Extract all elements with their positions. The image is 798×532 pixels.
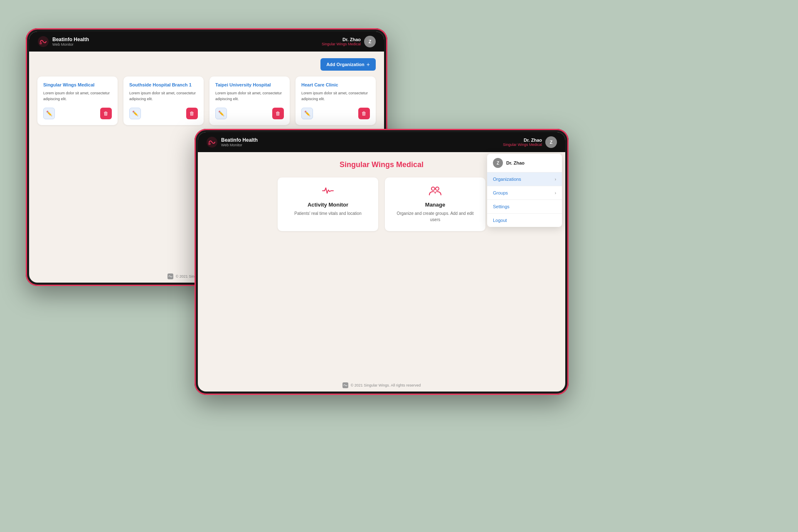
org-card-actions-3: ✏️ 🗑 — [301, 108, 370, 119]
dashboard-cards: Activity Monitor Patients' real time vit… — [278, 177, 485, 231]
dropdown-item-organizations[interactable]: Organizations › — [487, 172, 562, 186]
org-card-desc-0: Lorem ipsum dolor sit amet, consectetur … — [43, 91, 112, 102]
user-menu-trigger-2[interactable]: Dr. Zhao Singular Wings Medical Z — [503, 136, 557, 148]
org-card-1: Southside Hospital Branch 1 Lorem ipsum … — [123, 76, 204, 125]
brand-text: Beatinfo Health Web Monitor — [52, 37, 89, 47]
org-card-actions-2: ✏️ 🗑 — [215, 108, 284, 119]
avatar-1: Z — [364, 36, 376, 47]
user-name-1: Dr. Zhao — [322, 37, 361, 42]
org-card-title-3: Heart Care Clinic — [301, 82, 370, 87]
header-2: Beatinfo Health Web Monitor Dr. Zhao Sin… — [198, 132, 565, 152]
org-cards-grid: Singular Wings Medical Lorem ipsum dolor… — [37, 76, 376, 125]
org-card-desc-2: Lorem ipsum dolor sit amet, consectetur … — [215, 91, 284, 102]
dropdown-label-logout: Logout — [493, 218, 507, 223]
org-card-0: Singular Wings Medical Lorem ipsum dolor… — [37, 76, 118, 125]
edit-org-button-3[interactable]: ✏️ — [301, 108, 313, 119]
dropdown-user-row: Z Dr. Zhao — [487, 154, 562, 172]
svg-point-4 — [208, 143, 211, 145]
user-name-2: Dr. Zhao — [503, 138, 542, 143]
user-org-1: Singular Wings Medical — [322, 42, 361, 46]
delete-org-button-3[interactable]: 🗑 — [358, 108, 370, 119]
user-info-2: Dr. Zhao Singular Wings Medical — [503, 138, 542, 147]
dropdown-label-settings: Settings — [493, 204, 510, 209]
svg-point-5 — [431, 187, 435, 190]
org-card-title-0: Singular Wings Medical — [43, 82, 112, 87]
brand-sub: Web Monitor — [52, 42, 89, 47]
footer-text-2: © 2021 Singular Wings. All rights reserv… — [351, 383, 421, 387]
logo-area-2: Beatinfo Health Web Monitor — [206, 136, 258, 148]
dropdown-avatar: Z — [493, 158, 503, 168]
svg-point-6 — [436, 187, 439, 190]
edit-org-button-2[interactable]: ✏️ — [215, 108, 227, 119]
manage-icon — [392, 186, 479, 198]
edit-org-button-0[interactable]: ✏️ — [43, 108, 55, 119]
delete-org-button-2[interactable]: 🗑 — [272, 108, 284, 119]
edit-org-button-1[interactable]: ✏️ — [129, 108, 141, 119]
beatinfo-logo-icon — [37, 36, 49, 47]
tablet-2: Beatinfo Health Web Monitor Dr. Zhao Sin… — [195, 129, 569, 395]
dropdown-item-groups[interactable]: Groups › — [487, 186, 562, 200]
brand-name: Beatinfo Health — [52, 37, 89, 42]
activity-monitor-desc: Patients' real time vitals and location — [284, 210, 372, 217]
chevron-right-icon-groups: › — [555, 191, 556, 195]
dropdown-label-groups: Groups — [493, 190, 508, 195]
dropdown-user-name: Dr. Zhao — [506, 160, 525, 165]
footer-logo-icon-2 — [342, 382, 348, 388]
user-org-2: Singular Wings Medical — [503, 143, 542, 147]
activity-monitor-card[interactable]: Activity Monitor Patients' real time vit… — [278, 177, 378, 231]
brand-text-2: Beatinfo Health Web Monitor — [221, 137, 258, 147]
brand-sub-2: Web Monitor — [221, 143, 258, 147]
org-card-desc-3: Lorem ipsum dolor sit amet, consectetur … — [301, 91, 370, 102]
header-1: Beatinfo Health Web Monitor Dr. Zhao Sin… — [29, 32, 384, 52]
org-card-actions-0: ✏️ 🗑 — [43, 108, 112, 119]
activity-monitor-icon — [284, 186, 372, 198]
dropdown-label-organizations: Organizations — [493, 177, 521, 182]
dropdown-item-settings[interactable]: Settings — [487, 200, 562, 214]
manage-desc: Organize and create groups. Add and edit… — [392, 210, 479, 223]
org-card-title-1: Southside Hospital Branch 1 — [129, 82, 198, 87]
chevron-right-icon-organizations: › — [555, 177, 556, 182]
dropdown-item-logout[interactable]: Logout — [487, 214, 562, 227]
dashboard-org-title: Singular Wings Medical — [340, 160, 424, 169]
brand-name-2: Beatinfo Health — [221, 137, 258, 143]
org-card-actions-1: ✏️ 🗑 — [129, 108, 198, 119]
footer-2: © 2021 Singular Wings. All rights reserv… — [198, 379, 565, 392]
manage-title: Manage — [392, 202, 479, 208]
org-card-2: Taipei University Hospital Lorem ipsum d… — [209, 76, 290, 125]
add-organization-button[interactable]: Add Organization + — [320, 58, 376, 71]
svg-point-1 — [39, 42, 42, 44]
toolbar-1: Add Organization + — [37, 58, 376, 71]
manage-card[interactable]: Manage Organize and create groups. Add a… — [385, 177, 485, 231]
delete-org-button-1[interactable]: 🗑 — [186, 108, 198, 119]
org-card-title-2: Taipei University Hospital — [215, 82, 284, 87]
delete-org-button-0[interactable]: 🗑 — [100, 108, 112, 119]
org-card-3: Heart Care Clinic Lorem ipsum dolor sit … — [296, 76, 376, 125]
user-menu-trigger-1[interactable]: Dr. Zhao Singular Wings Medical Z — [322, 36, 376, 47]
org-card-desc-1: Lorem ipsum dolor sit amet, consectetur … — [129, 91, 198, 102]
add-org-label: Add Organization — [326, 62, 365, 67]
logo-area: Beatinfo Health Web Monitor — [37, 36, 89, 47]
add-org-plus-icon: + — [367, 61, 370, 68]
footer-logo-icon — [167, 273, 173, 279]
beatinfo-logo-icon-2 — [206, 136, 218, 148]
user-info-1: Dr. Zhao Singular Wings Medical — [322, 37, 361, 46]
activity-monitor-title: Activity Monitor — [284, 202, 372, 208]
avatar-2: Z — [545, 136, 557, 148]
dropdown-menu: Z Dr. Zhao Organizations › Groups › Sett… — [487, 154, 562, 227]
